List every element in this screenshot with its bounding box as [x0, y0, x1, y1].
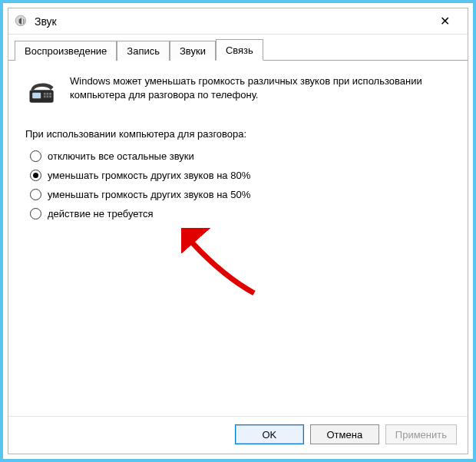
screenshot-frame: Звук ✕ Воспроизведение Запись Звуки Связ… — [0, 0, 476, 462]
sound-app-icon — [15, 15, 28, 28]
radio-indicator — [30, 170, 41, 181]
radio-indicator — [30, 208, 41, 219]
svg-rect-7 — [47, 96, 49, 98]
sound-dialog: Звук ✕ Воспроизведение Запись Звуки Связ… — [8, 8, 468, 454]
phone-icon — [25, 74, 59, 108]
radio-group: отключить все остальные звуки уменьшать … — [25, 150, 451, 219]
button-label: OK — [262, 429, 276, 441]
button-label: Применить — [395, 429, 447, 441]
button-label: Отмена — [327, 429, 363, 441]
tab-content: Windows может уменьшать громкость различ… — [8, 61, 468, 416]
window-title: Звук — [35, 15, 428, 28]
tab-playback[interactable]: Воспроизведение — [15, 41, 117, 61]
tab-recording[interactable]: Запись — [117, 41, 170, 61]
radio-indicator — [30, 150, 41, 162]
svg-rect-4 — [47, 93, 49, 95]
radio-label: действие не требуется — [48, 208, 154, 219]
close-button[interactable]: ✕ — [428, 10, 461, 33]
titlebar: Звук ✕ — [8, 8, 468, 35]
tabstrip: Воспроизведение Запись Звуки Связь — [8, 35, 468, 61]
section-label: При использовании компьютера для разгово… — [25, 128, 451, 140]
radio-mute-all[interactable]: отключить все остальные звуки — [30, 150, 451, 162]
svg-rect-3 — [44, 93, 46, 95]
tab-communications[interactable]: Связь — [216, 39, 263, 61]
tab-label: Воспроизведение — [25, 45, 107, 57]
tab-label: Запись — [127, 45, 160, 57]
intro-text: Windows может уменьшать громкость различ… — [70, 74, 451, 108]
apply-button[interactable]: Применить — [385, 424, 457, 444]
cancel-button[interactable]: Отмена — [310, 424, 379, 444]
ok-button[interactable]: OK — [235, 424, 304, 444]
svg-rect-8 — [49, 96, 51, 98]
tab-label: Связь — [226, 45, 253, 56]
radio-reduce-80[interactable]: уменьшать громкость других звуков на 80% — [30, 170, 451, 181]
dialog-button-row: OK Отмена Применить — [8, 416, 468, 454]
svg-rect-6 — [44, 96, 46, 98]
tab-label: Звуки — [180, 45, 206, 57]
tab-sounds[interactable]: Звуки — [170, 41, 216, 61]
radio-label: уменьшать громкость других звуков на 80% — [48, 170, 250, 181]
radio-label: отключить все остальные звуки — [48, 150, 194, 162]
radio-reduce-50[interactable]: уменьшать громкость других звуков на 50% — [30, 189, 451, 200]
svg-rect-2 — [32, 93, 41, 98]
radio-indicator — [30, 189, 41, 200]
radio-label: уменьшать громкость других звуков на 50% — [48, 189, 250, 200]
close-icon: ✕ — [440, 14, 450, 28]
annotation-arrow-icon — [181, 228, 266, 312]
radio-do-nothing[interactable]: действие не требуется — [30, 208, 451, 219]
intro-row: Windows может уменьшать громкость различ… — [25, 74, 451, 108]
svg-rect-5 — [49, 93, 51, 95]
